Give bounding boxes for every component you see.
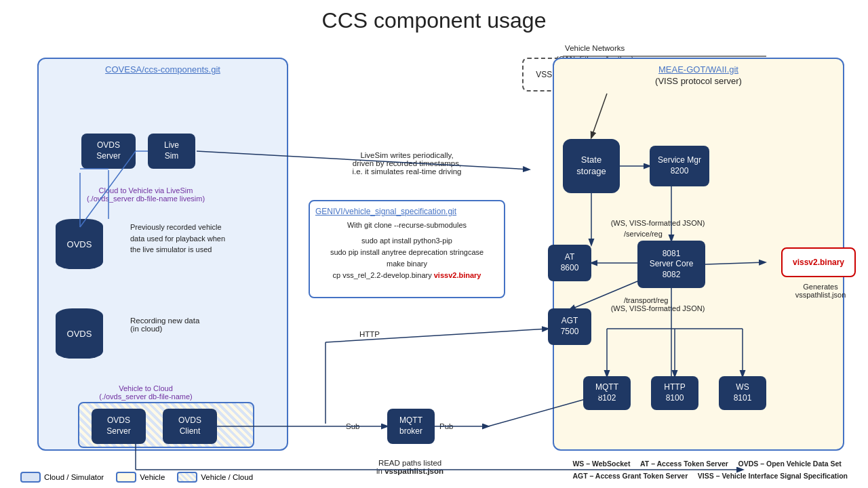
ovds-server-top-box: OVDS Server xyxy=(81,134,136,169)
ovds-top-cylinder: OVDS xyxy=(56,219,103,269)
legend-vehicle-cloud-box xyxy=(177,472,197,483)
meae-link[interactable]: MEAE-GOT/WAII.git xyxy=(655,64,742,75)
ws-8101-box: WS 8101 xyxy=(719,376,766,410)
vehicle-cloud-label: Vehicle to Cloud(./ovds_server db-file-n… xyxy=(51,384,241,401)
state-storage-box: State storage xyxy=(563,139,620,193)
vissv2-box: vissv2.binary xyxy=(781,247,856,277)
acronym-legend: WS – WebSocket AT – Access Token Server … xyxy=(572,458,848,483)
mqtt-8102-box: MQTT 8102 xyxy=(583,376,631,410)
ovds-mid-cylinder: OVDS xyxy=(56,308,103,359)
http-label: HTTP xyxy=(359,330,380,338)
agt-7500-box: AGT 7500 xyxy=(548,308,591,345)
read-paths-label: READ paths listedin vsspathlist.json xyxy=(376,459,443,475)
livesim-arrow-label: LiveSim writes periodically,driven by re… xyxy=(312,151,502,176)
sub-label: Sub xyxy=(346,422,359,430)
covesa-link[interactable]: COVESA/ccs-components.git xyxy=(105,64,220,75)
at-8600-box: AT 8600 xyxy=(548,245,591,281)
live-sim-box: Live Sim xyxy=(148,134,195,169)
vissv2-generates-label: Generatesvsspathlist.json xyxy=(780,283,861,299)
diagram-area: Vehicle Networks(CAN, Ethernet, other) V… xyxy=(0,37,868,485)
genivi-link[interactable]: GENIVI/vehicle_signal_specification.git xyxy=(315,205,498,218)
genivi-box: GENIVI/vehicle_signal_specification.git … xyxy=(309,200,505,298)
previously-label: Previously recorded vehicledata used for… xyxy=(130,222,249,256)
ws-viss-json-top-label: (WS, VISS-formatted JSON) xyxy=(590,219,726,227)
legend-cloud-sim-box xyxy=(20,472,41,483)
page-title: CCS component usage xyxy=(0,0,868,37)
mqtt-broker-box: MQTT broker xyxy=(387,409,435,444)
legend-vehicle-cloud: Vehicle / Cloud xyxy=(177,472,253,483)
legend-cloud-sim: Cloud / Simulator xyxy=(20,472,104,483)
http-8100-box: HTTP 8100 xyxy=(651,376,698,410)
recording-label: Recording new data(in cloud) xyxy=(130,317,199,333)
ws-viss-json-bot-label: (WS, VISS-formatted JSON) xyxy=(590,304,726,312)
pub-label: Pub xyxy=(439,422,453,430)
service-reg-label: /service/reg xyxy=(624,230,663,238)
transport-reg-label: /transport/reg xyxy=(624,296,668,304)
legend-vehicle: Vehicle xyxy=(116,472,165,483)
service-mgr-box: Service Mgr 8200 xyxy=(650,146,709,186)
meae-label: MEAE-GOT/WAII.git (VISS protocol server) xyxy=(655,64,742,87)
server-core-box: 8081 Server Core 8082 xyxy=(637,241,705,288)
legend-vehicle-box xyxy=(116,472,136,483)
ovds-client-box: OVDS Client xyxy=(163,409,217,444)
cloud-vehicle-label: Cloud to Vehicle via LiveSim(./ovds_serv… xyxy=(51,186,241,203)
ovds-server-bot-box: OVDS Server xyxy=(92,409,146,444)
legend: Cloud / Simulator Vehicle Vehicle / Clou… xyxy=(20,472,253,483)
